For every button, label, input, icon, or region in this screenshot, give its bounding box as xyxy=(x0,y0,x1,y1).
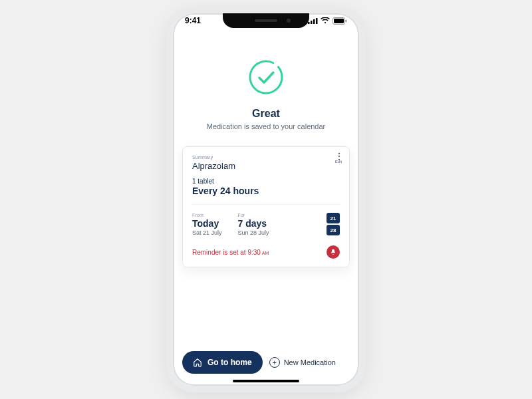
card-menu-button[interactable]: ⋮ Edit xyxy=(334,154,342,164)
cellular-icon xyxy=(308,17,318,24)
phone-frame: 9:41 Great Medication is saved to your c… xyxy=(166,7,366,392)
divider xyxy=(191,204,341,205)
hero-title: Great xyxy=(186,108,346,120)
svg-rect-0 xyxy=(308,22,310,24)
reminder-time: 9:30 xyxy=(247,249,260,256)
bell-icon xyxy=(330,249,336,255)
for-column: For 7 days Sun 28 July xyxy=(238,213,269,236)
from-sub: Sat 21 July xyxy=(192,229,222,236)
svg-rect-2 xyxy=(313,19,315,24)
svg-point-7 xyxy=(247,59,285,96)
cal-end-chip: 28 xyxy=(327,225,340,235)
go-to-home-button[interactable]: Go to home xyxy=(182,351,263,374)
svg-rect-6 xyxy=(346,19,347,22)
home-indicator[interactable] xyxy=(233,380,299,382)
status-icons xyxy=(308,17,347,25)
more-icon: ⋮ xyxy=(334,154,342,159)
success-check-icon xyxy=(247,59,285,96)
svg-rect-1 xyxy=(311,21,313,24)
new-medication-button[interactable]: + New Medication xyxy=(269,357,336,368)
from-label: From xyxy=(192,213,222,217)
from-column: From Today Sat 21 July xyxy=(192,213,222,236)
summary-label: Summary xyxy=(192,155,340,160)
new-medication-label: New Medication xyxy=(284,358,336,366)
edit-label: Edit xyxy=(334,160,342,164)
reminder-text: Reminder is set at 9:30AM xyxy=(192,249,269,256)
calendar-chips: 21 28 xyxy=(327,213,340,235)
medication-summary-card: ⋮ Edit Summary Alprazolam 1 tablet Every… xyxy=(182,146,350,267)
home-icon xyxy=(193,358,202,367)
cal-start-chip: 21 xyxy=(327,213,340,223)
go-to-home-label: Go to home xyxy=(207,358,252,367)
svg-rect-3 xyxy=(316,18,318,24)
battery-icon xyxy=(332,17,347,25)
wifi-icon xyxy=(321,17,330,24)
notch xyxy=(223,13,309,28)
reminder-row: Reminder is set at 9:30AM xyxy=(192,245,340,259)
plus-icon: + xyxy=(269,357,280,368)
hero-subtitle: Medication is saved to your calendar xyxy=(186,122,346,130)
for-sub: Sun 28 July xyxy=(238,229,269,236)
reminder-bell-icon[interactable] xyxy=(327,245,340,259)
for-main: 7 days xyxy=(238,218,269,229)
screen: Great Medication is saved to your calend… xyxy=(173,13,359,386)
medication-name: Alprazolam xyxy=(192,161,340,171)
dose-text: 1 tablet xyxy=(192,178,340,185)
reminder-prefix: Reminder is set at xyxy=(192,249,247,256)
status-time: 9:41 xyxy=(185,16,201,25)
confirmation-hero: Great Medication is saved to your calend… xyxy=(173,36,359,146)
frequency-text: Every 24 hours xyxy=(192,186,340,196)
from-main: Today xyxy=(192,218,222,229)
for-label: For xyxy=(238,213,269,217)
svg-rect-5 xyxy=(334,19,344,23)
reminder-ampm: AM xyxy=(262,251,269,255)
